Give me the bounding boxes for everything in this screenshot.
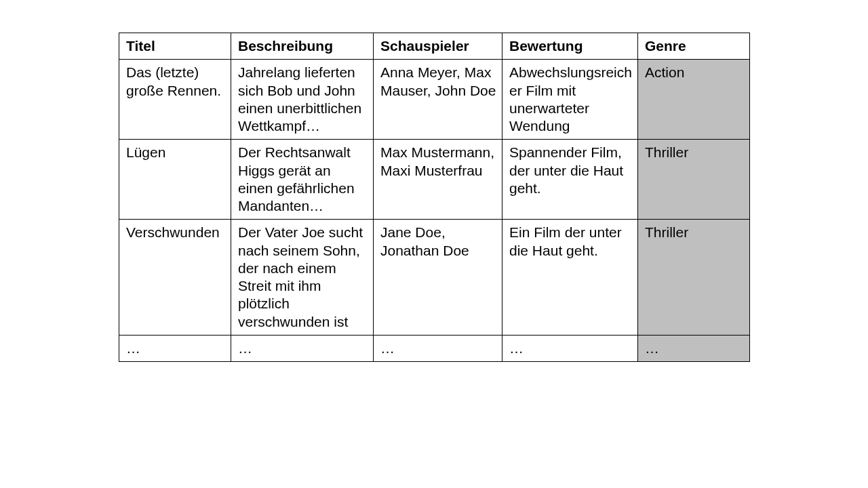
movies-table: Titel Beschreibung Schauspieler Bewertun… [119,33,750,362]
cell-rating: Spannender Film, der unter die Haut geht… [502,140,638,220]
table-header-row: Titel Beschreibung Schauspieler Bewertun… [119,33,750,60]
cell-genre: Action [638,60,750,140]
cell-description: Jahrelang lieferten sich Bob und John ei… [231,60,374,140]
cell-genre: … [638,335,750,361]
cell-rating: Abwechslungsreicher Film mit unerwartete… [502,60,638,140]
col-header-actors: Schauspieler [374,33,502,60]
cell-title: … [119,335,231,361]
col-header-genre: Genre [638,33,750,60]
table-row: Das (letzte) große Rennen. Jahrelang lie… [119,60,750,140]
table-row: Lügen Der Rechtsanwalt Higgs gerät an ei… [119,140,750,220]
table-row: Verschwunden Der Vater Joe sucht nach se… [119,220,750,336]
cell-rating: Ein Film der unter die Haut geht. [502,220,638,336]
cell-genre: Thriller [638,140,750,220]
cell-description: … [231,335,374,361]
cell-title: Lügen [119,140,231,220]
cell-description: Der Rechtsanwalt Higgs gerät an einen ge… [231,140,374,220]
cell-genre: Thriller [638,220,750,336]
cell-rating: … [502,335,638,361]
cell-title: Verschwunden [119,220,231,336]
col-header-title: Titel [119,33,231,60]
cell-title: Das (letzte) große Rennen. [119,60,231,140]
cell-actors: Anna Meyer, Max Mauser, John Doe [374,60,502,140]
col-header-description: Beschreibung [231,33,374,60]
cell-actors: Jane Doe, Jonathan Doe [374,220,502,336]
col-header-rating: Bewertung [502,33,638,60]
cell-actors: … [374,335,502,361]
table-row: … … … … … [119,335,750,361]
cell-actors: Max Mustermann, Maxi Musterfrau [374,140,502,220]
cell-description: Der Vater Joe sucht nach seinem Sohn, de… [231,220,374,336]
